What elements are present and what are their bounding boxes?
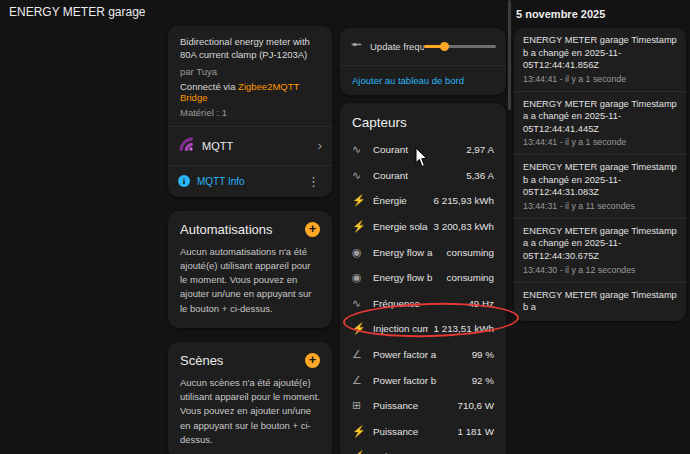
- eye-icon: ◉: [352, 271, 373, 284]
- device-manufacturer: par Tuya: [168, 64, 332, 79]
- overflow-menu-icon[interactable]: ⋮: [305, 174, 322, 189]
- logbook-entry-text: ENERGY METER garage Timestamp b a: [523, 289, 677, 314]
- sensors-title: Capteurs: [340, 103, 506, 137]
- sensor-name: Energy flow a: [373, 247, 441, 258]
- sensor-value: 2,97 A: [466, 144, 494, 155]
- logbook-entry-time: 13:44:31 - il y a 11 secondes: [523, 201, 677, 211]
- mqtt-info-link[interactable]: MQTT Info: [197, 176, 305, 187]
- lightning-bolt-icon: ⚡: [352, 450, 373, 454]
- sensor-row[interactable]: ◉Energy flow bconsuming: [340, 265, 506, 291]
- logbook-entry-time: 13:44:41 - il y a 1 seconde: [523, 74, 677, 84]
- sensor-value: 99 %: [472, 349, 494, 360]
- sensor-name: Énergie: [373, 195, 428, 206]
- scrollbar-thumb[interactable]: [508, 0, 511, 110]
- add-automation-button[interactable]: +: [305, 222, 320, 237]
- sensor-value: 1 181 W: [458, 426, 495, 437]
- sensor-row[interactable]: ⚡Puissance1 181 W: [340, 419, 506, 445]
- chevron-right-icon: ›: [318, 138, 322, 153]
- logbook-entry[interactable]: ENERGY METER garage Timestamp a a changé…: [514, 92, 686, 156]
- logbook-entry[interactable]: ENERGY METER garage Timestamp b a changé…: [514, 28, 686, 92]
- update-frequency-slider[interactable]: [424, 40, 496, 52]
- sensor-name: Injection cumul: [373, 323, 428, 334]
- device-hardware: Matériel : 1: [168, 105, 332, 120]
- sensor-name: Courant: [373, 170, 460, 181]
- sensor-row[interactable]: ◉Energy flow aconsuming: [340, 239, 506, 265]
- logbook-entry[interactable]: ENERGY METER garage Timestamp b a: [514, 283, 686, 321]
- sensor-value: 92 %: [472, 375, 494, 386]
- info-icon: i: [178, 175, 190, 187]
- sine-wave-icon: ∿: [352, 297, 373, 310]
- sensor-row[interactable]: ∠Power factor b92 %: [340, 367, 506, 393]
- sensor-name: Power factor b: [373, 375, 466, 386]
- logbook-entry-text: ENERGY METER garage Timestamp b a changé…: [523, 161, 677, 199]
- add-scene-button[interactable]: +: [305, 353, 320, 368]
- sensor-value: 49 Hz: [468, 298, 494, 309]
- slider-knob[interactable]: [440, 42, 449, 51]
- sensor-name: Puissance: [373, 426, 452, 437]
- angle-icon: ∠: [352, 374, 373, 387]
- scenes-title: Scènes: [180, 353, 223, 368]
- scenes-empty-text: Aucun scènes n'a été ajouté(e) utilisant…: [168, 371, 332, 454]
- sensor-row[interactable]: ⚡Puissance1 891 W: [340, 444, 506, 454]
- sensor-name: Courant: [373, 144, 460, 155]
- logbook-entry-time: 13:44:41 - il y a 1 seconde: [523, 137, 677, 147]
- scenes-card: Scènes + Aucun scènes n'a été ajouté(e) …: [168, 342, 332, 454]
- grid-icon: ⊞: [352, 399, 373, 412]
- current-ac-icon: ∿: [352, 143, 373, 156]
- logbook-card: ENERGY METER garage Timestamp b a changé…: [514, 28, 686, 321]
- tune-icon: [350, 37, 363, 55]
- sensor-row[interactable]: ∠Power factor a99 %: [340, 342, 506, 368]
- sensor-name: Energie solaire cumu...: [373, 221, 428, 232]
- sensor-value: 710,6 W: [458, 400, 495, 411]
- entities-column: Update freque... Ajouter au tableau de b…: [340, 28, 506, 454]
- lightning-bolt-icon: ⚡: [352, 194, 373, 207]
- sensor-name: Fréquence: [373, 298, 462, 309]
- logbook-entry[interactable]: ENERGY METER garage Timestamp a a changé…: [514, 219, 686, 283]
- logbook-entry[interactable]: ENERGY METER garage Timestamp b a changé…: [514, 155, 686, 219]
- logbook-entry-text: ENERGY METER garage Timestamp b a changé…: [523, 34, 677, 72]
- page-title: ENERGY METER garage: [9, 5, 146, 19]
- scrollbar[interactable]: [508, 0, 511, 454]
- device-description: Bidirectional energy meter with 80A curr…: [168, 26, 332, 64]
- controls-card: Update freque... Ajouter au tableau de b…: [340, 28, 506, 95]
- sensor-row[interactable]: ∿Courant2,97 A: [340, 137, 506, 163]
- sensor-list: ∿Courant2,97 A∿Courant5,36 A⚡Énergie6 21…: [340, 137, 506, 454]
- sensor-row[interactable]: ∿Fréquence49 Hz: [340, 291, 506, 317]
- sensors-card: Capteurs ∿Courant2,97 A∿Courant5,36 A⚡Én…: [340, 103, 506, 454]
- current-ac-icon: ∿: [352, 169, 373, 182]
- sensor-row[interactable]: ⚡Injection cumul1 213,51 kWh: [340, 316, 506, 342]
- automations-card: Automatisations + Aucun automatisations …: [168, 211, 332, 328]
- automations-title: Automatisations: [180, 222, 273, 237]
- sensor-value: consuming: [447, 247, 494, 258]
- connected-via-label: Connecté via: [180, 81, 238, 92]
- sensor-row[interactable]: ∿Courant5,36 A: [340, 163, 506, 189]
- device-info-column: Bidirectional energy meter with 80A curr…: [168, 26, 332, 454]
- update-frequency-row: Update freque...: [340, 28, 506, 65]
- sensor-name: Energy flow b: [373, 272, 441, 283]
- sensor-name: Power factor a: [373, 349, 466, 360]
- device-info-card: Bidirectional energy meter with 80A curr…: [168, 26, 332, 197]
- lightning-bolt-icon: ⚡: [352, 220, 373, 233]
- mqtt-icon: [178, 136, 194, 156]
- mqtt-label: MQTT: [202, 140, 318, 152]
- logbook-entry-text: ENERGY METER garage Timestamp a a changé…: [523, 225, 677, 263]
- sensor-value: 6 215,93 kWh: [434, 195, 494, 206]
- automations-empty-text: Aucun automatisations n'a été ajouté(e) …: [168, 240, 332, 328]
- add-to-dashboard-link[interactable]: Ajouter au tableau de bord: [340, 65, 506, 95]
- mqtt-integration-row[interactable]: MQTT ›: [168, 126, 332, 165]
- device-connection: Connecté via Zigbee2MQTT Bridge: [168, 79, 332, 105]
- logbook-entry-text: ENERGY METER garage Timestamp a a changé…: [523, 98, 677, 136]
- angle-icon: ∠: [352, 348, 373, 361]
- eye-icon: ◉: [352, 246, 373, 259]
- logbook-entry-time: 13:44:30 - il y a 12 secondes: [523, 265, 677, 275]
- sensor-row[interactable]: ⚡Énergie6 215,93 kWh: [340, 188, 506, 214]
- update-frequency-label: Update freque...: [370, 41, 424, 52]
- sensor-value: 1 213,51 kWh: [434, 323, 494, 334]
- sensor-value: 3 200,83 kWh: [434, 221, 494, 232]
- lightning-bolt-icon: ⚡: [352, 425, 373, 438]
- sensor-row[interactable]: ⊞Puissance710,6 W: [340, 393, 506, 419]
- sensor-row[interactable]: ⚡Energie solaire cumu...3 200,83 kWh: [340, 214, 506, 240]
- sensor-value: 5,36 A: [466, 170, 494, 181]
- logbook-column: 5 novembre 2025 ENERGY METER garage Time…: [514, 6, 686, 321]
- sensor-name: Puissance: [373, 400, 452, 411]
